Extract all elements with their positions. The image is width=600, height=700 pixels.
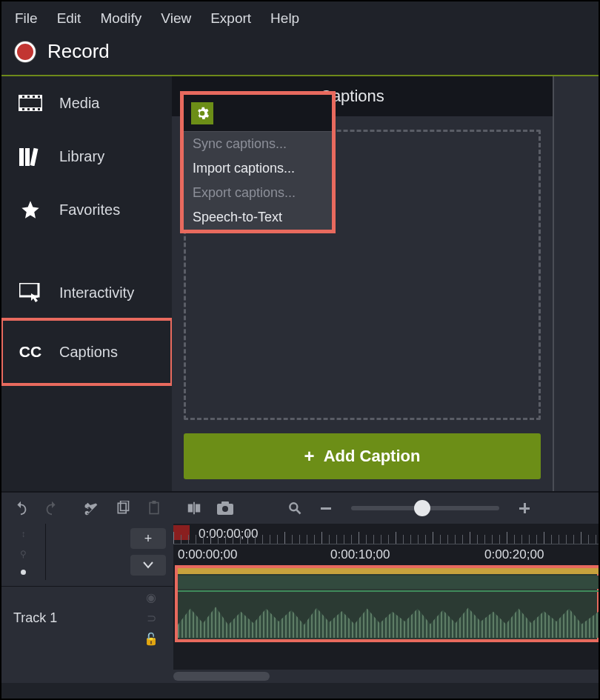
svg-point-25 (290, 503, 297, 510)
eye-icon[interactable]: ◉ (146, 590, 156, 604)
magnet-icon[interactable]: ⊃ (147, 611, 156, 625)
add-caption-label: Add Caption (324, 447, 421, 466)
record-row: Record (1, 36, 599, 76)
sidebar-item-label: Favorites (59, 201, 120, 219)
svg-point-24 (222, 506, 228, 512)
clip-selection-bar (178, 568, 599, 574)
menu-export[interactable]: Export (210, 10, 251, 27)
sidebar-item-interactivity[interactable]: Interactivity (1, 266, 172, 319)
timeline-toolbar (1, 491, 599, 524)
timeline-ruler-top[interactable]: 0:00:00;00 (173, 524, 599, 544)
zoom-out-button[interactable] (311, 495, 341, 521)
interactivity-icon (18, 282, 43, 303)
plus-icon: + (304, 446, 315, 467)
menu-edit[interactable]: Edit (57, 10, 81, 27)
clip-video-thumb (178, 576, 600, 589)
sidebar-item-captions[interactable]: CC Captions (1, 319, 172, 384)
track-1-row[interactable] (173, 567, 599, 641)
svg-rect-18 (153, 501, 156, 504)
gear-dropdown-header (184, 95, 332, 131)
svg-rect-5 (33, 96, 35, 98)
timeline: ↕ ⚲ + Track 1 ◉ ⊃ 🔓 0:00:00;00 0:00:00;0… (1, 524, 599, 683)
svg-rect-17 (150, 503, 159, 514)
zoom-search-button[interactable] (280, 495, 310, 521)
menu-modify[interactable]: Modify (100, 10, 141, 27)
sidebar-item-favorites[interactable]: Favorites (1, 183, 172, 236)
svg-rect-13 (30, 148, 39, 166)
svg-rect-11 (19, 148, 24, 166)
media-icon (18, 93, 43, 113)
record-button-icon[interactable] (15, 41, 36, 62)
svg-rect-9 (33, 108, 35, 110)
chevron-down-icon (143, 561, 153, 569)
svg-rect-29 (524, 503, 526, 513)
menu-file[interactable]: File (15, 10, 38, 27)
arrow-up-down-icon[interactable]: ↕ (21, 529, 26, 539)
svg-rect-20 (196, 504, 200, 513)
star-icon (18, 199, 43, 220)
scrollbar-thumb[interactable] (173, 672, 270, 681)
sidebar-item-media[interactable]: Media (1, 76, 172, 130)
sidebar-item-label: Library (59, 148, 104, 165)
track-icons: ◉ ⊃ 🔓 (141, 587, 161, 650)
add-track-button[interactable]: + (130, 528, 166, 549)
sidebar: Media Library Favorites Interactivity CC (1, 76, 172, 491)
svg-rect-14 (19, 283, 39, 296)
sidebar-item-label: Media (59, 95, 99, 112)
svg-rect-4 (27, 96, 30, 98)
gear-icon (195, 106, 210, 121)
redo-button[interactable] (37, 495, 67, 521)
magnify-icon[interactable]: ⚲ (20, 549, 27, 559)
sidebar-item-library[interactable]: Library (1, 130, 172, 183)
svg-rect-15 (118, 503, 126, 513)
cut-button[interactable] (77, 495, 107, 521)
svg-rect-3 (22, 96, 24, 98)
svg-rect-27 (321, 507, 331, 510)
svg-line-26 (297, 510, 301, 514)
svg-rect-16 (121, 501, 129, 510)
collapse-tracks-button[interactable] (130, 555, 166, 576)
svg-rect-7 (22, 108, 24, 110)
gear-menu: Sync captions... Import captions... Expo… (184, 131, 332, 230)
add-caption-button[interactable]: + Add Caption (184, 433, 541, 479)
undo-button[interactable] (6, 495, 36, 521)
record-label[interactable]: Record (47, 40, 110, 63)
svg-rect-19 (188, 504, 193, 513)
sidebar-item-label: Captions (59, 344, 118, 361)
copy-button[interactable] (108, 495, 138, 521)
svg-rect-8 (27, 108, 30, 110)
gear-menu-speech-to-text[interactable]: Speech-to-Text (184, 205, 332, 230)
marker-dot-icon[interactable] (21, 570, 26, 575)
menu-bar: File Edit Modify View Export Help (1, 1, 599, 36)
ruler-label: 0:00:20;00 (484, 547, 544, 562)
media-clip[interactable] (176, 567, 599, 641)
timeline-horizontal-scrollbar[interactable] (173, 670, 599, 683)
zoom-in-button[interactable] (510, 495, 539, 521)
menu-view[interactable]: View (161, 10, 191, 27)
zoom-slider[interactable] (351, 506, 499, 510)
svg-rect-10 (38, 108, 40, 110)
gear-menu-sync-captions[interactable]: Sync captions... (184, 132, 332, 156)
zoom-slider-thumb[interactable] (414, 500, 430, 516)
ruler-label: 0:00:10;00 (330, 547, 390, 562)
snapshot-button[interactable] (210, 495, 240, 521)
menu-help[interactable]: Help (270, 10, 299, 27)
lock-icon[interactable]: 🔓 (144, 632, 159, 646)
timeline-view-controls: ↕ ⚲ (1, 524, 46, 580)
gear-menu-import-captions[interactable]: Import captions... (184, 156, 332, 181)
library-icon (18, 146, 43, 167)
captions-gear-dropdown: Sync captions... Import captions... Expo… (184, 95, 332, 230)
svg-rect-6 (38, 96, 40, 98)
timeline-ruler-labels[interactable]: 0:00:00;00 0:00:10;00 0:00:20;00 (173, 544, 599, 567)
gear-menu-export-captions[interactable]: Export captions... (184, 181, 332, 205)
ruler-ticks (173, 535, 599, 544)
paste-button[interactable] (139, 495, 169, 521)
captions-icon: CC (18, 341, 43, 362)
timeline-tracks-area[interactable]: 0:00:00;00 0:00:00;00 0:00:10;00 0:00:20… (173, 524, 599, 683)
track-header[interactable]: Track 1 ◉ ⊃ 🔓 (1, 586, 173, 650)
svg-rect-12 (25, 148, 30, 166)
split-button[interactable] (179, 495, 209, 521)
sidebar-item-label: Interactivity (59, 284, 134, 301)
clip-divider (178, 590, 599, 592)
gear-button[interactable] (191, 102, 213, 124)
